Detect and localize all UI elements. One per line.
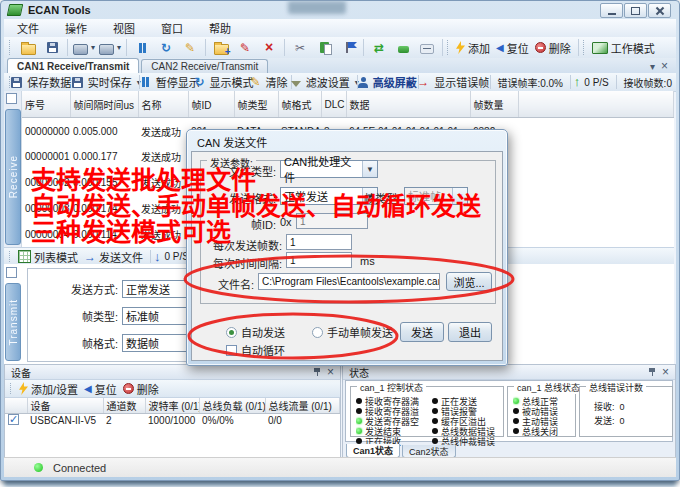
advanced-mask-button[interactable]: 高级屏蔽 (361, 73, 415, 91)
browse-button[interactable]: 浏览... (446, 272, 492, 291)
clear-button[interactable] (178, 39, 202, 57)
save-button[interactable] (40, 39, 64, 57)
select-all-checkbox[interactable] (6, 93, 17, 104)
auto-loop-checkbox[interactable]: 自动循环 (226, 342, 285, 358)
filename-field[interactable]: C:\Program Files\Ecantools\example.can (258, 273, 440, 290)
filter-settings-button[interactable]: 滤波设置▾ (295, 73, 355, 91)
reset-button[interactable]: 复位 (494, 39, 533, 57)
can-send-file-dialog: CAN 发送文件 发送参数: 文件类型: CAN批处理文件▼ 发送格式: 正常发… (186, 129, 508, 366)
display-mode-button[interactable]: 显示模式 (198, 73, 252, 91)
device-table: 设备 通道数 波特率 (0/1) 总线负载 (0/1) 总线流量 (0/1) U… (5, 398, 340, 427)
open-file-button[interactable] (16, 39, 40, 57)
swap-button[interactable] (367, 39, 391, 57)
col-count[interactable]: 帧数量 (470, 91, 518, 118)
col-data[interactable]: 数据 (346, 91, 470, 118)
transmit-side-tab[interactable]: Transmit (5, 283, 21, 361)
device-reset-button[interactable]: 复位 (82, 380, 121, 398)
transmit-checkbox[interactable] (6, 267, 17, 278)
status-body: can_1 控制状态 接收寄存器满 正在发送 接收寄存器溢 错误报警 发送寄存器… (345, 380, 673, 442)
paste-button[interactable] (312, 39, 336, 57)
work-mode-button[interactable]: 工作模式 (590, 39, 659, 57)
col-frame-format[interactable]: 帧格式 (278, 91, 321, 118)
modify-frame-button[interactable] (233, 39, 257, 57)
panel-close-icon[interactable] (661, 59, 668, 73)
tab-can1[interactable]: CAN1 Receive/Transmit (7, 58, 139, 73)
realtime-save-button[interactable]: 实时保存▾ (76, 73, 137, 91)
col-frame-id[interactable]: 帧ID (188, 91, 234, 118)
exit-button[interactable]: 退出 (448, 322, 492, 342)
close-panel-icon[interactable] (327, 365, 334, 379)
send-file-button[interactable]: 发送文件 (82, 248, 147, 266)
can-tabstrip: CAN1 Receive/Transmit CAN2 Receive/Trans… (4, 58, 676, 74)
col-dlc[interactable]: DLC (321, 91, 346, 118)
send-button[interactable]: 发送 (400, 322, 444, 342)
menu-file[interactable]: 文件 (4, 20, 52, 36)
col-load[interactable]: 总线负载 (0/1) (199, 398, 265, 414)
led-item: 被动错误 (513, 406, 573, 416)
person-icon (358, 77, 368, 88)
open-folder-icon (21, 44, 36, 55)
col-interval[interactable]: 帧间隔时间us (70, 91, 138, 118)
menu-window[interactable]: 窗口 (148, 20, 196, 36)
tab-can1-status[interactable]: Can1状态 (346, 444, 400, 458)
refresh-button[interactable] (154, 39, 178, 57)
status-panel-title: 状态 (343, 365, 675, 380)
dlg-frame-type-select: 标准帧▼ (404, 187, 468, 205)
close-button[interactable] (648, 3, 671, 18)
minimize-button[interactable] (600, 3, 623, 18)
tab-can2[interactable]: CAN2 Receive/Transmit (141, 59, 268, 73)
window-title: ECAN Tools (28, 4, 91, 16)
cut-button[interactable] (288, 39, 312, 57)
recv-count-text: 接收帧数:0 (620, 75, 676, 90)
reset-icon (84, 382, 92, 395)
connect-button[interactable] (391, 39, 415, 57)
device-open-dropdown[interactable]: ▾ (71, 39, 97, 57)
disconnect-button[interactable] (415, 39, 439, 57)
save-icon (47, 42, 58, 53)
delete-device-button[interactable]: 删除 (533, 39, 575, 57)
error-rx: 接收: 0 (594, 400, 625, 413)
blue-arrow-icon (84, 251, 96, 263)
device-delete-button[interactable]: 删除 (121, 380, 163, 398)
clear-display-button[interactable]: 清除 (252, 73, 288, 91)
menu-operate[interactable]: 操作 (52, 20, 100, 36)
device-checkbox[interactable] (8, 414, 19, 425)
device-add-setup-button[interactable]: 添加/设置 (17, 380, 82, 398)
lightning-icon (456, 41, 465, 54)
pause-display-button[interactable]: 暂停显示 (143, 73, 198, 91)
col-channels[interactable]: 通道数 (103, 398, 145, 414)
frames-per-send-field[interactable]: 1 (286, 234, 352, 250)
pin-icon[interactable] (313, 367, 322, 377)
list-mode-button[interactable]: 列表模式 (16, 248, 82, 266)
bus-error-count-group: 总线错误计数 接收: 0 发送: 0 (579, 386, 673, 437)
show-error-frames-button[interactable]: 显示错误帧 (422, 73, 487, 91)
manual-single-frame-radio[interactable]: 手动单帧发送 (312, 324, 393, 340)
save-data-button[interactable]: 保存数据▾ (15, 73, 76, 91)
close-panel-icon[interactable] (662, 365, 669, 379)
pause-button[interactable] (130, 39, 154, 57)
col-name[interactable]: 名称 (138, 91, 188, 118)
col-frame-type[interactable]: 帧类型 (234, 91, 278, 118)
add-device-button[interactable]: 添加 (454, 39, 494, 57)
file-type-select[interactable]: CAN批处理文件▼ (280, 160, 378, 178)
panel-menu-icon[interactable] (650, 60, 655, 72)
pin-icon[interactable] (648, 367, 657, 377)
col-baud[interactable]: 波特率 (0/1) (145, 398, 199, 414)
receive-side-tab[interactable]: Receive (5, 109, 21, 245)
control-status-group: can_1 控制状态 接收寄存器满 正在发送 接收寄存器溢 错误报警 发送寄存器… (350, 386, 504, 437)
delete-frame-button[interactable] (257, 39, 281, 57)
add-frame-button[interactable] (209, 39, 233, 57)
col-device[interactable]: 设备 (27, 398, 103, 414)
pause-icon (139, 43, 146, 53)
device-close-dropdown[interactable]: ▾ (97, 39, 123, 57)
ecan-tools-window: ECAN Tools 文件 操作 视图 窗口 帮助 ▾ ▾ (0, 0, 680, 481)
maximize-button[interactable] (624, 3, 647, 18)
auto-send-radio[interactable]: 自动发送 (226, 324, 285, 340)
col-traffic[interactable]: 总线流量 (0/1) (265, 398, 340, 414)
interval-field[interactable]: 1 (286, 252, 352, 268)
menu-view[interactable]: 视图 (100, 20, 148, 36)
brush-icon (250, 76, 260, 88)
col-seq[interactable]: 序号 (22, 91, 70, 118)
flag-button[interactable] (336, 39, 360, 57)
menu-help[interactable]: 帮助 (196, 20, 244, 36)
